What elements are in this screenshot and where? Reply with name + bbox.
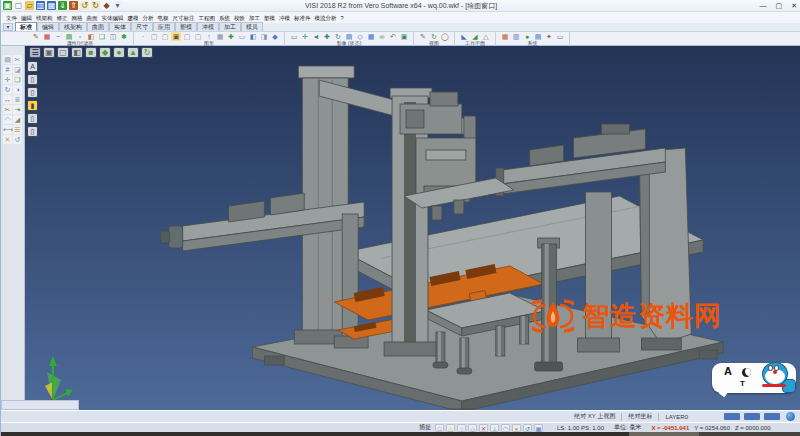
view-front-icon[interactable]: ◆ (99, 47, 111, 58)
move-icon[interactable]: ✛ (3, 75, 12, 84)
menu-item[interactable]: 塑模 (262, 13, 277, 23)
snap-tan-icon[interactable]: ◠ (501, 424, 510, 432)
top-view-icon[interactable]: ▦ (366, 32, 376, 41)
previous-view-icon[interactable]: ↶ (388, 32, 398, 41)
snap-end-icon[interactable]: □ (435, 424, 444, 432)
group-filter-icon[interactable]: ❏ (97, 32, 107, 41)
undo-icon[interactable]: ↺ (80, 1, 89, 10)
wireframe-mode-icon[interactable]: ▢ (57, 47, 69, 58)
tab-dropdown-icon[interactable]: ▾ (3, 23, 13, 31)
view-top-icon[interactable]: ■ (85, 47, 97, 58)
grid-icon[interactable]: # (3, 65, 12, 74)
menu-item[interactable]: 编辑 (19, 13, 34, 23)
shaded-icon[interactable]: ▣ (171, 32, 181, 41)
fillet-icon[interactable]: ◠ (3, 115, 12, 124)
menu-item[interactable]: 建模 (126, 13, 141, 23)
export-icon[interactable]: ⇑ (69, 1, 78, 10)
grid-snap-icon[interactable]: ▦ (534, 424, 543, 432)
ime-mode-letter[interactable]: A (724, 365, 732, 377)
wireframe-icon[interactable]: ▢ (149, 32, 159, 41)
app-logo-icon[interactable]: ▣ (3, 1, 12, 10)
cut-icon[interactable]: ✂ (13, 55, 22, 64)
ribbon-tab[interactable]: 冲模 (197, 22, 219, 31)
status-chip-2[interactable] (744, 413, 760, 420)
coordinate-mode-label[interactable]: 绝对坐标 (628, 412, 652, 421)
menu-item[interactable]: 线架构 (34, 13, 55, 23)
extend-icon[interactable]: ⇥ (13, 105, 22, 114)
view-iso-icon[interactable]: ▲ (127, 47, 139, 58)
measure-icon[interactable]: ⟷ (3, 125, 12, 134)
status-chip-3[interactable] (764, 413, 780, 420)
menu-item[interactable]: 校验 (232, 13, 247, 23)
menu-item[interactable]: 系统 (217, 13, 232, 23)
menu-item[interactable]: 曲面 (85, 13, 100, 23)
refresh-icon[interactable]: ↺ (13, 135, 22, 144)
viewport-menu-icon[interactable]: ☰ (29, 47, 41, 58)
hidden-line-icon[interactable]: ▢ (160, 32, 170, 41)
section-icon[interactable]: ◧ (248, 32, 258, 41)
snap-node-icon[interactable]: ● (512, 424, 521, 432)
transparency-icon[interactable]: ◨ (259, 32, 269, 41)
zoom-fit-icon[interactable]: ▭ (289, 32, 299, 41)
snap-perp-icon[interactable]: ⊥ (490, 424, 499, 432)
mask-icon[interactable]: ◫ (108, 32, 118, 41)
new-file-icon[interactable]: ▢ (14, 1, 23, 10)
point-display-icon[interactable]: · (138, 32, 148, 41)
ribbon-tab[interactable]: 加工 (219, 22, 241, 31)
ribbon-tab[interactable]: 实体 (109, 22, 131, 31)
view-rotate-icon[interactable]: ↻ (141, 47, 153, 58)
display-config-icon[interactable]: ▥ (511, 32, 521, 41)
open-file-icon[interactable]: ▱ (25, 1, 34, 10)
close-button[interactable]: ✕ (791, 0, 797, 11)
document-icon[interactable]: ▯ (27, 74, 38, 85)
viewport-3d[interactable] (25, 46, 800, 410)
axes-display-icon[interactable]: ✚ (226, 32, 236, 41)
paste-icon[interactable]: ▤ (3, 55, 12, 64)
save-icon[interactable]: ▥ (36, 1, 45, 10)
menu-item[interactable]: 工程图 (197, 13, 218, 23)
menu-item[interactable]: 网格 (70, 13, 85, 23)
snap-center-icon[interactable]: ○ (457, 424, 466, 432)
menu-item[interactable]: 尺寸标注 (171, 13, 197, 23)
ribbon-tab[interactable]: 线架构 (59, 22, 87, 31)
tools-icon[interactable]: ✦ (544, 32, 554, 41)
offset-icon[interactable]: ≣ (13, 95, 22, 104)
zoom-in-icon[interactable]: ✛ (300, 32, 310, 41)
minimize-button[interactable]: — (760, 0, 767, 11)
menu-item[interactable]: 文件 (4, 13, 19, 23)
mirror-icon[interactable]: ◑ (13, 85, 22, 94)
bound-box-icon[interactable]: ▭ (237, 32, 247, 41)
erase-icon[interactable]: ◪ (13, 65, 22, 74)
ghost-icon[interactable]: ▢ (182, 32, 192, 41)
chamfer-icon[interactable]: ◢ (13, 115, 22, 124)
qa-dropdown-icon[interactable]: ▾ (113, 1, 122, 10)
render-icon[interactable]: ◆ (270, 32, 280, 41)
menu-item[interactable]: 加工 (247, 13, 262, 23)
menu-item[interactable]: 分析 (141, 13, 156, 23)
menu-item[interactable]: ? (339, 13, 346, 23)
ribbon-tab[interactable]: 模具 (241, 22, 263, 31)
menu-item[interactable]: 模流分析 (313, 13, 339, 23)
snap-mid-icon[interactable]: △ (446, 424, 455, 432)
attribute-pen-icon[interactable]: ✎ (31, 32, 41, 41)
menu-item[interactable]: 标准件 (292, 13, 313, 23)
pan-icon[interactable]: ✚ (322, 32, 332, 41)
snap-int-icon[interactable]: ✕ (479, 424, 488, 432)
view-side-icon[interactable]: ● (113, 47, 125, 58)
settings-icon[interactable]: ▦ (500, 32, 510, 41)
document3-icon[interactable]: ▯ (27, 113, 38, 124)
all-filter-icon[interactable]: ✱ (119, 32, 129, 41)
layers-icon[interactable]: ☰ (13, 125, 22, 134)
document2-icon[interactable]: ▯ (27, 87, 38, 98)
ime-tool-letter[interactable]: T (740, 379, 745, 388)
ribbon-tab[interactable]: 曲面 (87, 22, 109, 31)
regen-icon[interactable]: ↺ (523, 424, 532, 432)
menu-item[interactable]: 冲模 (277, 13, 292, 23)
battery-icon[interactable]: ▮ (27, 100, 38, 111)
active-layer-label[interactable]: LAYER0 (665, 414, 688, 420)
rotate-icon[interactable]: ↻ (3, 85, 12, 94)
ime-widget[interactable]: A T (712, 361, 798, 397)
notes-icon[interactable]: A (27, 61, 38, 72)
snap-quad-icon[interactable]: ◇ (468, 424, 477, 432)
zoom-prev-icon[interactable]: ◄ (311, 32, 321, 41)
